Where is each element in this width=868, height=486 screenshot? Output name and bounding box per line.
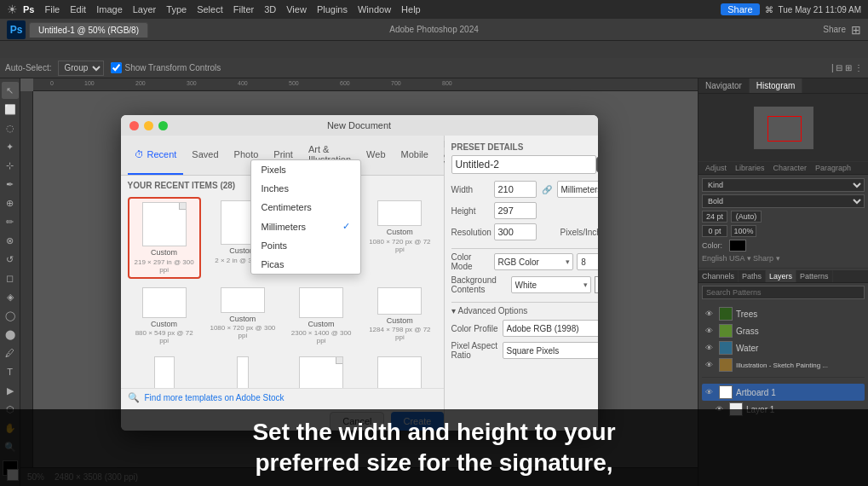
gradient-tool[interactable]: ◈ — [2, 288, 19, 305]
char-size-row — [702, 211, 865, 223]
resolution-input[interactable] — [494, 223, 537, 240]
unit-option-inches[interactable]: Inches — [251, 179, 360, 198]
menu-type[interactable]: Type — [166, 4, 187, 14]
tab-navigator[interactable]: Navigator — [698, 78, 750, 93]
color-mode-select[interactable]: RGB Color CMYK Color Grayscale — [494, 253, 574, 270]
find-more-templates-link[interactable]: Find more templates on Adobe Stock — [145, 393, 285, 402]
color-mode-label: Color Mode — [451, 252, 494, 271]
layer-item-water[interactable]: 👁 Water — [702, 339, 865, 356]
tab-histogram[interactable]: Histogram — [750, 78, 803, 93]
unit-option-centimeters[interactable]: Centimeters — [251, 198, 360, 217]
document-tab-untitled1[interactable]: Untitled-1 @ 50% (RGB/8) — [29, 22, 148, 38]
bit-depth-select[interactable]: 8 16 32 — [577, 253, 597, 270]
char-color-swatch[interactable] — [729, 240, 746, 252]
menu-select[interactable]: Select — [197, 4, 223, 14]
menu-help[interactable]: Help — [401, 4, 421, 14]
tab-saved[interactable]: Saved — [185, 136, 225, 175]
lasso-tool[interactable]: ◌ — [2, 119, 19, 136]
tab-adjust[interactable]: Adjust — [702, 162, 730, 174]
crop-tool[interactable]: ⊹ — [2, 157, 19, 174]
tab-layers[interactable]: Layers — [766, 270, 796, 282]
thumb-custom-8[interactable]: Custom 1284 × 798 px @ 72 ppi — [363, 284, 436, 349]
menu-window[interactable]: Window — [358, 4, 391, 14]
panel-toggle-button[interactable]: ⊞ — [851, 23, 861, 37]
brush-tool[interactable]: ✏ — [2, 213, 19, 230]
menu-file[interactable]: File — [44, 4, 60, 14]
thumb-custom-5[interactable]: Custom 880 × 549 px @ 72 ppi — [128, 284, 201, 349]
history-brush-tool[interactable]: ↺ — [2, 251, 19, 268]
healing-tool[interactable]: ⊕ — [2, 194, 19, 211]
tab-channels[interactable]: Channels — [698, 270, 739, 282]
share-button[interactable]: Share — [721, 3, 759, 15]
unit-option-pixels[interactable]: Pixels — [251, 160, 360, 179]
thumb-custom-10[interactable]: Custom 64 × 240 in @ 300 ppi — [206, 353, 279, 388]
maximize-button[interactable] — [158, 121, 168, 130]
dodge-tool[interactable]: ⬤ — [2, 326, 19, 343]
tab-paths[interactable]: Paths — [739, 270, 766, 282]
menu-filter[interactable]: Filter — [233, 4, 254, 14]
save-preset-button[interactable]: + — [596, 157, 598, 172]
menu-view[interactable]: View — [286, 4, 307, 14]
autoselect-dropdown[interactable]: GroupLayer — [58, 61, 104, 76]
thumb-custom-12[interactable]: Custom 12 × 12 in @ 300 ppi — [363, 353, 436, 388]
path-selection-tool[interactable]: ▶ — [2, 382, 19, 399]
tab-libraries[interactable]: Libraries — [732, 162, 768, 174]
menu-ps[interactable]: Ps — [23, 4, 34, 14]
tab-mobile[interactable]: Mobile — [394, 136, 435, 175]
thumb-a4[interactable]: A4 219 × 297 mm @ 300 ppi — [285, 353, 358, 388]
layer-item-trees[interactable]: 👁 Trees — [702, 305, 865, 322]
advanced-options-toggle[interactable]: ▾ Advanced Options — [451, 306, 598, 315]
unit-option-points[interactable]: Points — [251, 236, 360, 255]
thumb-custom-6[interactable]: Custom 1080 × 720 px @ 300 ppi — [206, 284, 279, 349]
tab-web[interactable]: Web — [359, 136, 392, 175]
menu-edit[interactable]: Edit — [70, 4, 86, 14]
clone-stamp-tool[interactable]: ⊗ — [2, 232, 19, 249]
color-profile-select[interactable]: Adobe RGB (1998) sRGB IEC61966-2.1 — [503, 320, 598, 337]
preset-name-input[interactable] — [451, 155, 596, 174]
thumb-custom-7[interactable]: Custom 2300 × 1400 @ 300 ppi — [285, 284, 358, 349]
tab-recent[interactable]: ⏱ Recent — [128, 136, 184, 175]
layer-item-artboard1[interactable]: 👁 Artboard 1 — [702, 384, 865, 401]
quick-select-tool[interactable]: ✦ — [2, 138, 19, 155]
tab-patterns[interactable]: Patterns — [796, 270, 833, 282]
background-color-preview[interactable] — [595, 276, 598, 293]
thumb-custom-1[interactable]: Custom 219 × 297 in @ 300 ppi — [128, 197, 201, 279]
marquee-tool[interactable]: ⬜ — [2, 101, 19, 118]
minimize-button[interactable] — [144, 121, 153, 130]
close-button[interactable] — [129, 121, 139, 130]
width-unit-select[interactable]: Millimeters Pixels Inches Centimeters Po… — [557, 181, 598, 198]
thumb-custom-9[interactable]: Custom 64 × 120 in @ 300 ppi — [128, 353, 201, 388]
menu-plugins[interactable]: Plugins — [317, 4, 348, 14]
tab-character[interactable]: Character — [770, 162, 811, 174]
show-transform-checkbox[interactable] — [111, 62, 122, 73]
move-tool[interactable]: ↖ — [2, 82, 19, 99]
pen-tool[interactable]: 🖊 — [2, 344, 19, 362]
eraser-tool[interactable]: ◻ — [2, 269, 19, 286]
menu-3d[interactable]: 3D — [264, 4, 276, 14]
eyedropper-tool[interactable]: ✒ — [2, 176, 19, 193]
font-family-select[interactable]: Kind — [702, 178, 865, 192]
font-style-select[interactable]: Bold — [702, 194, 865, 208]
blur-tool[interactable]: ◯ — [2, 307, 19, 324]
font-size-input[interactable] — [702, 211, 727, 223]
show-transform-checkbox-label[interactable]: Show Transform Controls — [111, 62, 221, 73]
thumb-custom-4[interactable]: Custom 1080 × 720 px @ 72 ppi — [363, 197, 436, 279]
menu-layer[interactable]: Layer — [133, 4, 157, 14]
unit-option-picas[interactable]: Picas — [251, 255, 360, 274]
pixel-aspect-select[interactable]: Square Pixels D1/DV NTSC (0.91) — [503, 342, 598, 359]
type-tool[interactable]: T — [2, 363, 19, 380]
tracking-input[interactable] — [702, 225, 727, 237]
background-select[interactable]: White Black Transparent Background Color… — [511, 276, 591, 293]
line-height-input[interactable] — [731, 211, 762, 223]
scale-input[interactable] — [731, 225, 756, 237]
patterns-search-input[interactable] — [702, 286, 865, 299]
unit-option-millimeters[interactable]: Millimeters — [251, 217, 360, 236]
layer-item-illustration[interactable]: 👁 Illustration - Sketch Painting ... — [702, 356, 865, 373]
find-more-row: 🔍 Find more templates on Adobe Stock — [121, 388, 444, 407]
menu-image[interactable]: Image — [96, 4, 123, 14]
share-action-button[interactable]: Share — [823, 25, 846, 34]
tab-paragraph[interactable]: Paragraph — [812, 162, 854, 174]
height-input[interactable] — [494, 202, 537, 219]
width-input[interactable] — [494, 181, 537, 198]
layer-item-grass[interactable]: 👁 Grass — [702, 322, 865, 339]
